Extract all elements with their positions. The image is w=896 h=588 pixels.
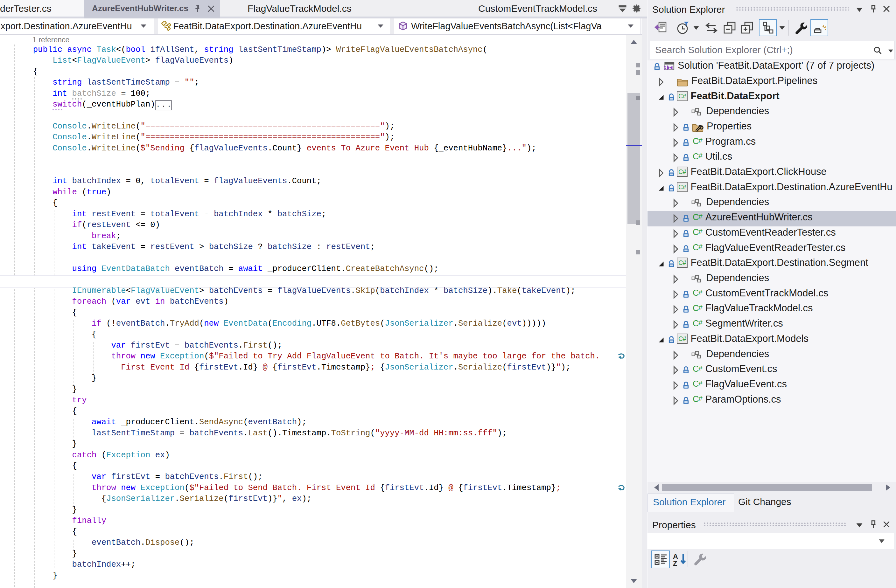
svg-text:Z: Z bbox=[673, 559, 677, 567]
